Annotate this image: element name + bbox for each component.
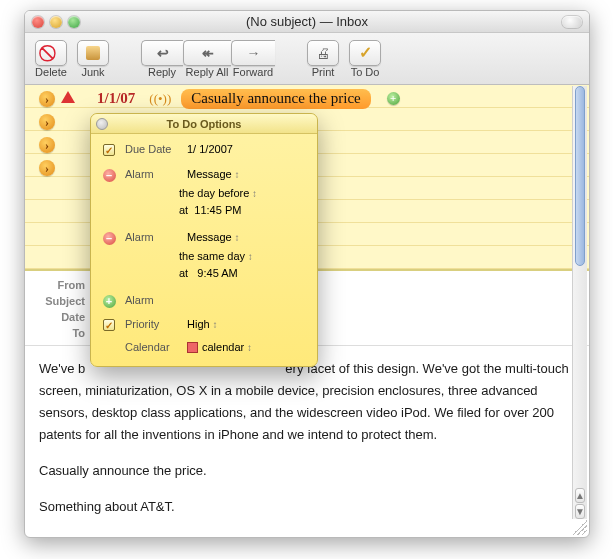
vertical-scrollbar[interactable]: ▲ ▼ bbox=[572, 86, 587, 519]
todo-disc-icon[interactable]: › bbox=[39, 114, 55, 130]
junk-icon bbox=[86, 46, 100, 60]
calendar-color-swatch bbox=[187, 342, 198, 353]
forward-label: Forward bbox=[233, 66, 273, 78]
reply-all-label: Reply All bbox=[186, 66, 229, 78]
reply-segment: ↩ Reply ↞ Reply All → Forward bbox=[141, 40, 275, 78]
todo-disc-icon[interactable]: › bbox=[39, 137, 55, 153]
priority-checkbox[interactable]: ✓ bbox=[103, 319, 115, 331]
body-paragraph: Casually announce the price. bbox=[39, 460, 575, 482]
calendar-row: Calendar calendar bbox=[101, 338, 307, 356]
print-button[interactable]: 🖨 Print bbox=[307, 40, 339, 78]
junk-label: Junk bbox=[81, 66, 104, 78]
alarm-icon: ((•)) bbox=[149, 91, 171, 107]
calendar-select[interactable]: calendar bbox=[187, 341, 307, 353]
todo-label: To Do bbox=[351, 66, 380, 78]
printer-icon: 🖨 bbox=[316, 46, 330, 60]
forward-button[interactable]: → Forward bbox=[231, 40, 275, 78]
scrollbar-thumb[interactable] bbox=[575, 86, 585, 266]
alarm-type-select[interactable]: Message bbox=[187, 168, 307, 180]
priority-select[interactable]: High bbox=[187, 318, 307, 330]
todo-disc-icon[interactable]: › bbox=[39, 160, 55, 176]
from-label: From bbox=[35, 277, 85, 293]
scroll-down-button[interactable]: ▼ bbox=[575, 504, 585, 519]
alarm-offset-select[interactable]: the same day bbox=[179, 248, 307, 265]
alarm-type-select[interactable]: Message bbox=[187, 231, 307, 243]
subject-label: Subject bbox=[35, 293, 85, 309]
remove-alarm-button[interactable]: – bbox=[103, 232, 116, 245]
body-paragraph: We've bery facet of this design. We've g… bbox=[39, 358, 575, 446]
add-alarm-row: + Alarm bbox=[101, 291, 307, 311]
alarm-label: Alarm bbox=[125, 168, 179, 180]
todo-button[interactable]: ✓ To Do bbox=[349, 40, 381, 78]
reply-all-icon: ↞ bbox=[202, 46, 214, 60]
alarm-label: Alarm bbox=[125, 231, 179, 243]
calendar-label: Calendar bbox=[125, 341, 179, 353]
delete-label: Delete bbox=[35, 66, 67, 78]
alarm-time-field[interactable]: 9:45 AM bbox=[197, 267, 237, 279]
message-body: We've bery facet of this design. We've g… bbox=[25, 346, 589, 530]
date-label: Date bbox=[35, 309, 85, 325]
reply-button[interactable]: ↩ Reply bbox=[141, 40, 183, 78]
due-date-field[interactable]: 1/ 1/2007 bbox=[187, 143, 307, 155]
priority-row: ✓ Priority High bbox=[101, 315, 307, 334]
due-date-label: Due Date bbox=[125, 143, 179, 155]
titlebar: (No subject) — Inbox bbox=[25, 11, 589, 33]
due-date-row: ✓ Due Date 1/ 1/2007 bbox=[101, 140, 307, 159]
alarm-label: Alarm bbox=[125, 294, 179, 306]
forward-icon: → bbox=[247, 46, 261, 60]
todo-title: Casually announce the price bbox=[181, 89, 371, 109]
alarm-time-row: at 11:45 PM bbox=[179, 202, 307, 218]
todo-row[interactable]: › 1/1/07 ((•)) Casually announce the pri… bbox=[25, 87, 589, 110]
alarm-row: – Alarm Message bbox=[101, 165, 307, 185]
delete-button[interactable]: ⃠ Delete bbox=[35, 40, 67, 78]
todo-date: 1/1/07 bbox=[93, 90, 139, 107]
alarm-time-field[interactable]: 11:45 PM bbox=[194, 204, 241, 216]
reply-icon: ↩ bbox=[157, 46, 169, 60]
alarm-offset-select[interactable]: the day before bbox=[179, 185, 307, 202]
to-label: To bbox=[35, 325, 85, 341]
alarm-row: – Alarm Message bbox=[101, 228, 307, 248]
toolbar: ⃠ Delete Junk ↩ Reply ↞ Reply All → Forw… bbox=[25, 33, 589, 85]
popover-close-button[interactable] bbox=[96, 118, 108, 130]
remove-alarm-button[interactable]: – bbox=[103, 169, 116, 182]
priority-label: Priority bbox=[125, 318, 179, 330]
popover-titlebar: To Do Options bbox=[91, 114, 317, 134]
body-paragraph: Something about AT&T. bbox=[39, 496, 575, 518]
junk-button[interactable]: Junk bbox=[77, 40, 109, 78]
alert-icon bbox=[61, 91, 75, 103]
check-icon: ✓ bbox=[359, 45, 372, 61]
add-todo-icon[interactable]: + bbox=[387, 92, 400, 105]
print-label: Print bbox=[312, 66, 335, 78]
reply-label: Reply bbox=[148, 66, 176, 78]
alarm-time-row: at 9:45 AM bbox=[179, 265, 307, 281]
resize-handle[interactable] bbox=[572, 520, 587, 535]
popover-title: To Do Options bbox=[167, 118, 242, 130]
todo-options-popover: To Do Options ✓ Due Date 1/ 1/2007 – Ala… bbox=[90, 113, 318, 367]
add-alarm-button[interactable]: + bbox=[103, 295, 116, 308]
todo-disc-icon[interactable]: › bbox=[39, 91, 55, 107]
window-title: (No subject) — Inbox bbox=[25, 14, 589, 29]
scroll-up-button[interactable]: ▲ bbox=[575, 488, 585, 503]
reply-all-button[interactable]: ↞ Reply All bbox=[183, 40, 231, 78]
due-date-checkbox[interactable]: ✓ bbox=[103, 144, 115, 156]
